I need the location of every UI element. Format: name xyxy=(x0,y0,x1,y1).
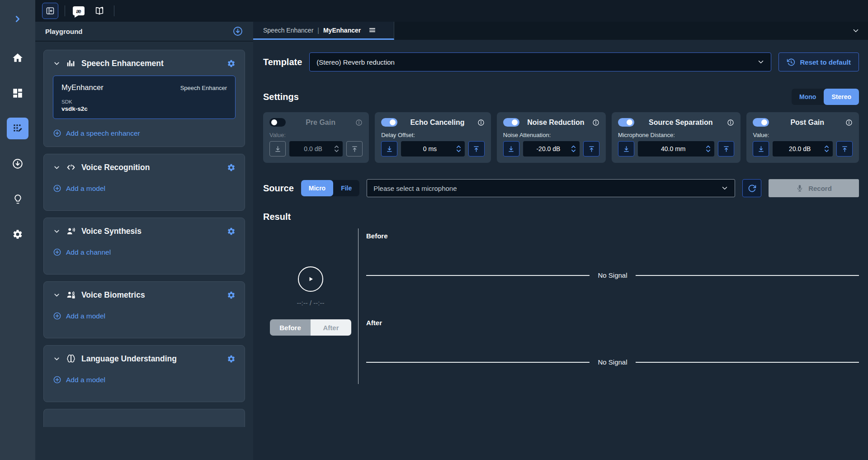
download-circle-icon xyxy=(232,26,243,37)
main-column: Speech Enhancer | MyEnhancer xyxy=(253,22,868,460)
rail-item-home[interactable] xyxy=(7,47,28,69)
section-gear-icon[interactable] xyxy=(227,163,236,172)
param-label: Value: xyxy=(753,132,853,138)
file-button[interactable]: File xyxy=(333,180,359,196)
after-signal-status: No Signal xyxy=(598,358,627,366)
import-value-button[interactable] xyxy=(381,141,397,156)
value-input[interactable]: 0 ms xyxy=(401,141,465,156)
export-project-button[interactable] xyxy=(232,26,243,37)
import-value-button[interactable] xyxy=(618,141,634,156)
value-input[interactable]: 40.0 mm xyxy=(638,141,714,156)
chevron-right-icon xyxy=(13,14,23,24)
value-input[interactable]: -20.0 dB xyxy=(523,141,580,156)
enhancer-card-myenhancer[interactable]: MyEnhancer Speech Enhancer SDK vsdk-s2c xyxy=(53,76,236,119)
post-gain-toggle[interactable] xyxy=(753,118,769,127)
rail-item-ideas[interactable] xyxy=(7,188,28,210)
section-gear-icon[interactable] xyxy=(227,291,236,299)
template-select[interactable]: (Stereo) Reverb reduction xyxy=(309,52,771,71)
microphone-select[interactable]: Please select a microphone xyxy=(367,179,735,197)
mono-button[interactable]: Mono xyxy=(792,89,824,105)
value-text: -20.0 dB xyxy=(526,145,571,152)
card-pre-gain: Pre Gain Value: 0.0 dB xyxy=(263,112,369,163)
value-stepper[interactable] xyxy=(334,145,339,152)
chevron-down-icon[interactable] xyxy=(53,291,61,299)
section-gear-icon[interactable] xyxy=(227,59,236,68)
reset-history-icon xyxy=(787,58,795,66)
import-value-button[interactable] xyxy=(503,141,519,156)
plus-circle-icon xyxy=(53,248,61,256)
add-speech-enhancer-button[interactable]: Add a speech enhancer xyxy=(53,129,140,138)
playback-time: --:-- / --:-- xyxy=(297,299,325,307)
import-value-button[interactable] xyxy=(753,141,769,156)
export-value-button[interactable] xyxy=(346,141,363,156)
section-title: Language Understanding xyxy=(81,354,222,364)
microphone-icon xyxy=(796,184,804,192)
plus-circle-icon xyxy=(53,129,61,138)
value-stepper[interactable] xyxy=(456,145,461,152)
info-icon[interactable] xyxy=(592,119,599,126)
pre-gain-toggle[interactable] xyxy=(269,118,286,127)
value-input[interactable]: 0.0 dB xyxy=(289,141,343,156)
enhancer-content: Template (Stereo) Reverb reduction Reset… xyxy=(253,40,868,460)
record-button[interactable]: Record xyxy=(769,179,859,197)
value-stepper[interactable] xyxy=(706,145,711,152)
export-value-button[interactable] xyxy=(468,141,485,156)
section-gear-icon[interactable] xyxy=(227,355,236,363)
export-value-button[interactable] xyxy=(718,141,734,156)
add-model-button[interactable]: Add a model xyxy=(53,375,105,384)
tab-myenhancer[interactable]: Speech Enhancer | MyEnhancer xyxy=(253,22,394,40)
add-model-button[interactable]: Add a model xyxy=(53,184,105,193)
info-icon[interactable] xyxy=(845,119,853,126)
section-gear-icon[interactable] xyxy=(227,227,236,236)
export-value-button[interactable] xyxy=(583,141,599,156)
before-button[interactable]: Before xyxy=(270,319,311,336)
micro-button[interactable]: Micro xyxy=(301,180,333,196)
chevron-down-icon[interactable] xyxy=(53,164,61,171)
refresh-devices-button[interactable] xyxy=(742,179,761,197)
icon-rail xyxy=(0,0,35,460)
rail-item-dashboard[interactable] xyxy=(7,82,28,104)
section-title: Voice Synthesis xyxy=(81,227,222,236)
collapse-sidebar-button[interactable] xyxy=(42,3,58,19)
info-icon[interactable] xyxy=(727,119,734,126)
value-stepper[interactable] xyxy=(824,145,829,152)
tab-overflow-button[interactable] xyxy=(852,27,860,35)
source-separation-toggle[interactable] xyxy=(618,118,634,127)
export-value-button[interactable] xyxy=(836,141,853,156)
tab-menu-button[interactable] xyxy=(368,26,376,34)
chevron-down-icon[interactable] xyxy=(53,228,61,235)
documentation-button[interactable] xyxy=(91,3,108,19)
tab-bar: Speech Enhancer | MyEnhancer xyxy=(253,22,868,40)
play-button[interactable] xyxy=(298,266,323,292)
import-value-button[interactable] xyxy=(269,141,286,156)
plus-circle-icon xyxy=(53,184,61,193)
arrow-up-from-line-icon xyxy=(472,145,480,153)
rail-item-settings[interactable] xyxy=(7,223,28,245)
enhancer-type: Speech Enhancer xyxy=(180,85,227,91)
after-button[interactable]: After xyxy=(311,319,351,336)
add-channel-button[interactable]: Add a channel xyxy=(53,248,111,256)
playground-panel: Playground Speech Enhancement xyxy=(35,22,253,460)
value-stepper[interactable] xyxy=(571,145,576,152)
noise-reduction-toggle[interactable] xyxy=(503,118,519,127)
expand-sidebar-button[interactable] xyxy=(7,13,28,25)
chevron-down-icon[interactable] xyxy=(53,60,61,67)
value-input[interactable]: 20.0 dB xyxy=(773,141,833,156)
add-model-button[interactable]: Add a model xyxy=(53,312,105,320)
stereo-button[interactable]: Stereo xyxy=(824,89,859,105)
settings-title: Settings xyxy=(263,92,299,102)
chevron-down-icon[interactable] xyxy=(53,355,61,363)
chevron-down-icon xyxy=(721,184,729,192)
rail-item-playground[interactable] xyxy=(7,118,28,139)
after-track-label: After xyxy=(366,319,859,327)
chevron-down-icon xyxy=(852,27,860,35)
rail-item-downloads[interactable] xyxy=(7,153,28,175)
arrow-down-to-line-icon xyxy=(757,145,765,153)
info-icon[interactable] xyxy=(477,119,485,126)
plus-circle-icon xyxy=(53,375,61,384)
reset-to-default-button[interactable]: Reset to default xyxy=(778,52,859,71)
home-icon xyxy=(12,52,24,64)
echo-canceling-toggle[interactable] xyxy=(381,118,397,127)
info-icon[interactable] xyxy=(355,119,363,126)
pronunciation-button[interactable]: æ xyxy=(71,3,87,19)
